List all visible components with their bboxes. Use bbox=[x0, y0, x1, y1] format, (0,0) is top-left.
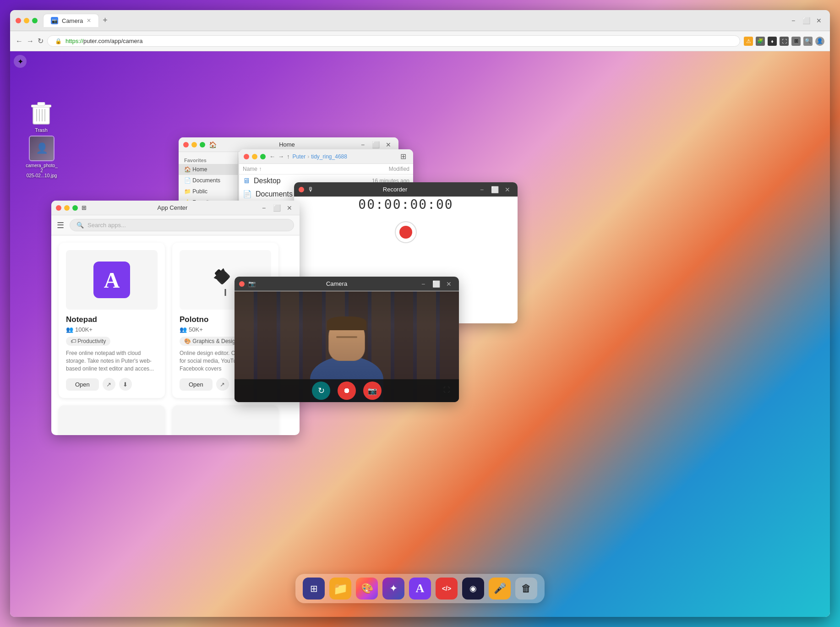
notepad-description: Free online notepad with cloud storage. … bbox=[66, 349, 158, 372]
camera-rotate-button[interactable]: ↻ bbox=[312, 382, 330, 400]
appcenter-min[interactable] bbox=[64, 205, 70, 211]
col-name: Name ↑ bbox=[243, 166, 389, 172]
camera-photo-button[interactable]: 📷 bbox=[363, 382, 382, 400]
appcenter-win-close[interactable]: ✕ bbox=[284, 202, 295, 213]
trash-desktop-icon[interactable]: Trash bbox=[27, 99, 56, 136]
person-head bbox=[328, 320, 365, 361]
recorder-max[interactable]: ⬜ bbox=[489, 184, 500, 195]
dock-clock[interactable]: ◉ bbox=[462, 578, 484, 600]
recorder-min[interactable]: − bbox=[476, 184, 487, 195]
hamburger-menu[interactable]: ☰ bbox=[57, 220, 64, 230]
file-min[interactable] bbox=[252, 154, 257, 159]
polotno-open-button[interactable]: Open bbox=[180, 378, 213, 391]
recorder-x[interactable]: ✕ bbox=[502, 184, 513, 195]
ext-search[interactable]: 🔍 bbox=[803, 37, 813, 46]
camera-titlebar: 📷 Camera − ⬜ ✕ bbox=[235, 277, 459, 291]
new-tab-button[interactable]: + bbox=[103, 16, 108, 25]
close-traffic-light[interactable] bbox=[16, 18, 21, 23]
svg-rect-2 bbox=[38, 102, 45, 106]
recorder-time: 00:00:00:00 bbox=[358, 197, 453, 212]
browser-window: 📷 Camera ✕ + − ⬜ ✕ ← → ↻ 🔒 https://puter… bbox=[10, 10, 830, 617]
ext-user[interactable]: 👤 bbox=[815, 37, 824, 46]
breadcrumb: Puter › tidy_ring_4688 bbox=[293, 153, 347, 160]
notepad-actions: Open ↗ ⬇ bbox=[66, 378, 158, 391]
dock-photos[interactable]: 🎨 bbox=[356, 578, 378, 600]
ext-screen[interactable]: ⛶ bbox=[780, 37, 789, 46]
dock-apps[interactable]: ⊞ bbox=[303, 578, 325, 600]
address-bar[interactable]: 🔒 https://puter.com/app/camera bbox=[47, 35, 740, 47]
file-back[interactable]: ← bbox=[269, 153, 275, 160]
file-up[interactable]: ↑ bbox=[287, 153, 290, 160]
polotno-share-button[interactable]: ↗ bbox=[216, 378, 229, 391]
dock-puter[interactable]: ✦ bbox=[382, 578, 404, 600]
camera-win-close[interactable]: ✕ bbox=[443, 278, 454, 289]
file-name-documents: 📄 Documents bbox=[243, 190, 293, 198]
file-close[interactable] bbox=[244, 154, 249, 159]
notepad-tag: 🏷 Productivity bbox=[66, 337, 110, 346]
sidebar-public[interactable]: 📁 Public bbox=[179, 186, 238, 197]
home-window-title: Home bbox=[220, 141, 354, 148]
polotno-users-icon: 👥 bbox=[180, 326, 187, 333]
notepad-tag-label: Productivity bbox=[77, 338, 106, 344]
file-forward[interactable]: → bbox=[278, 153, 284, 160]
tab-area: 📷 Camera ✕ + bbox=[43, 14, 788, 27]
home-win-close[interactable]: ✕ bbox=[383, 139, 394, 150]
dock-font[interactable]: A bbox=[409, 578, 431, 600]
file-toolbar: ← → ↑ Puter › tidy_ring_4688 bbox=[269, 153, 394, 160]
home-close[interactable] bbox=[183, 142, 189, 147]
camera-win-min[interactable]: − bbox=[418, 278, 429, 289]
file-name-desktop: 🖥 Desktop bbox=[243, 177, 281, 185]
home-min[interactable] bbox=[191, 142, 197, 147]
breadcrumb-folder[interactable]: tidy_ring_4688 bbox=[311, 153, 347, 160]
home-win-min[interactable]: − bbox=[357, 139, 368, 150]
browser-close[interactable]: ✕ bbox=[813, 15, 824, 26]
dock-code[interactable]: </> bbox=[436, 578, 458, 600]
recorder-record-button[interactable] bbox=[395, 221, 417, 243]
search-bar[interactable]: 🔍 Search apps... bbox=[70, 219, 294, 231]
camera-photo-icon[interactable]: 👤 camera_photo_2025-02...10.jpg bbox=[23, 133, 60, 181]
sidebar-documents[interactable]: 📄 Documents bbox=[179, 175, 238, 186]
camera-record-button[interactable]: ⏺ bbox=[338, 382, 356, 400]
recorder-close[interactable] bbox=[299, 187, 304, 192]
appcenter-close[interactable] bbox=[56, 205, 61, 211]
home-win-max[interactable]: ⬜ bbox=[370, 139, 381, 150]
camera-photo-thumbnail: 👤 bbox=[29, 136, 55, 161]
browser-tab-camera[interactable]: 📷 Camera ✕ bbox=[43, 14, 99, 27]
tab-close-button[interactable]: ✕ bbox=[87, 17, 91, 24]
appcenter-win-min[interactable]: − bbox=[258, 202, 269, 213]
camera-title: Camera bbox=[259, 280, 414, 287]
notepad-install-button[interactable]: ⬇ bbox=[119, 378, 132, 391]
notepad-open-button[interactable]: Open bbox=[66, 378, 99, 391]
ext-warning[interactable]: ⚠ bbox=[744, 37, 753, 46]
file-view-btn[interactable]: ⊞ bbox=[398, 151, 409, 162]
refresh-button[interactable]: ↻ bbox=[38, 37, 44, 45]
appcenter-max[interactable] bbox=[72, 205, 78, 211]
forward-button[interactable]: → bbox=[27, 37, 34, 45]
ext-grid[interactable]: ⊞ bbox=[791, 37, 801, 46]
polotno-tag: 🎨 Graphics & Design bbox=[180, 337, 243, 346]
camera-video-area: ⛶ ↻ ⏺ 📷 bbox=[235, 291, 459, 402]
appcenter-win-max[interactable]: ⬜ bbox=[271, 202, 282, 213]
dock-files[interactable]: 📁 bbox=[329, 578, 351, 600]
ext-puzzle[interactable]: 🧩 bbox=[756, 37, 765, 46]
dock-trash[interactable]: 🗑 bbox=[515, 578, 537, 600]
ext-github[interactable]: ♦ bbox=[768, 37, 777, 46]
back-button[interactable]: ← bbox=[16, 37, 23, 45]
dock-mic[interactable]: 🎤 bbox=[489, 578, 511, 600]
apps-second-row bbox=[51, 405, 300, 435]
polotno-tag-icon: 🎨 bbox=[184, 338, 191, 344]
browser-minimize[interactable]: − bbox=[788, 15, 799, 26]
notepad-share-button[interactable]: ↗ bbox=[103, 378, 115, 391]
minimize-traffic-light[interactable] bbox=[24, 18, 29, 23]
home-max[interactable] bbox=[200, 142, 205, 147]
browser-maximize[interactable]: ⬜ bbox=[801, 15, 812, 26]
puter-menu-icon[interactable]: ✦ bbox=[14, 55, 27, 68]
camera-close[interactable] bbox=[239, 281, 245, 287]
sidebar-home[interactable]: 🏠 Home bbox=[179, 164, 238, 175]
file-max[interactable] bbox=[260, 154, 266, 159]
recorder-content: 00:00:00:00 bbox=[294, 197, 518, 243]
maximize-traffic-light[interactable] bbox=[32, 18, 38, 23]
breadcrumb-puter[interactable]: Puter bbox=[293, 153, 306, 160]
app-card-partial-2 bbox=[172, 405, 278, 435]
camera-win-max[interactable]: ⬜ bbox=[431, 278, 442, 289]
